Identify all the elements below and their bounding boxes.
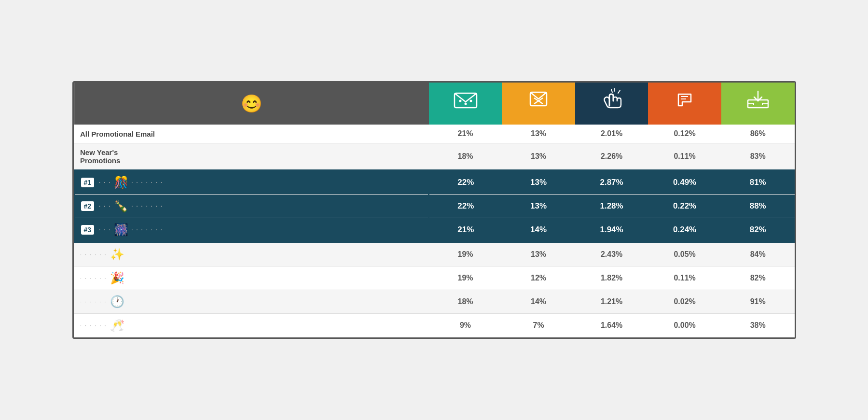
dots: · · · · · · (80, 252, 107, 257)
deleted-rate-val: 14% (502, 290, 575, 314)
dots: · · · · · · · (131, 227, 163, 233)
svg-line-8 (618, 90, 620, 93)
header-complaint-rate (648, 83, 721, 125)
inbox-placement-val: 81% (721, 170, 795, 195)
emoji-col-normal: · · · · · · 🎉 (74, 266, 429, 290)
read-rate-val: 18% (429, 143, 502, 170)
deleted-rate-val: 13% (502, 195, 575, 218)
emoji-icon: 🎆 (114, 223, 128, 237)
emoji-cell: · · · · · · ✨ (80, 248, 425, 261)
deleted-rate-val: 7% (502, 314, 575, 337)
emoji-col-normal: · · · · · · 🥂 (74, 314, 429, 337)
emoji-cell: #1 · · · 🎊 · · · · · · · (81, 176, 425, 189)
emoji-cell: #2 · · · 🍾 · · · · · · · (81, 199, 425, 213)
deleted-rate-val: 14% (502, 218, 575, 242)
header-inbox-placement (721, 83, 795, 125)
emoji-icon: 🍾 (114, 199, 128, 213)
inbox-placement-val: 86% (721, 125, 795, 143)
deleted-rate-icon (506, 89, 571, 114)
notspam-rate-val: 1.82% (575, 266, 648, 290)
table-row: #2 · · · 🍾 · · · · · · · 22% 13% 1.28% 0… (74, 195, 795, 218)
emoji-col-normal: · · · · · · ✨ (74, 242, 429, 266)
complaint-rate-icon (652, 89, 717, 114)
notspam-rate-val: 2.43% (575, 242, 648, 266)
emoji-cell: #3 · · · 🎆 · · · · · · · (81, 223, 425, 237)
dots: · · · · · · · (131, 180, 163, 185)
emoji-icon: 🕐 (110, 295, 124, 308)
row-label: New Year'sPromotions (80, 148, 425, 165)
deleted-rate-val: 13% (502, 242, 575, 266)
emoji-col-summary: New Year'sPromotions (74, 143, 429, 170)
notspam-rate-val: 2.01% (575, 125, 648, 143)
header-deleted-rate (502, 83, 575, 125)
svg-point-2 (464, 103, 467, 105)
complaint-rate-val: 0.12% (648, 125, 721, 143)
deleted-rate-val: 13% (502, 170, 575, 195)
complaint-rate-val: 0.05% (648, 242, 721, 266)
svg-point-3 (469, 100, 472, 102)
rank-badge: #2 (81, 201, 95, 211)
inbox-placement-icon (725, 89, 791, 114)
inbox-placement-val: 82% (721, 266, 795, 290)
emoji-icon: 🥂 (110, 319, 124, 332)
table-row: · · · · · · 🥂 9% 7% 1.64% 0.00% 38% (74, 314, 795, 337)
dots: · · · (99, 203, 111, 209)
emoji-col-highlight: #2 · · · 🍾 · · · · · · · (74, 195, 429, 218)
notspam-rate-val: 2.26% (575, 143, 648, 170)
inbox-placement-val: 91% (721, 290, 795, 314)
emoji-header-icon: 😊 (78, 94, 425, 114)
rank-badge: #1 (81, 178, 95, 187)
emoji-col-normal: · · · · · · 🕐 (74, 290, 429, 314)
read-rate-val: 21% (429, 125, 502, 143)
read-rate-val: 19% (429, 266, 502, 290)
svg-point-1 (459, 100, 461, 102)
read-rate-icon (433, 89, 498, 114)
complaint-rate-val: 0.11% (648, 266, 721, 290)
emoji-col-highlight: #3 · · · 🎆 · · · · · · · (74, 218, 429, 242)
read-rate-val: 22% (429, 195, 502, 218)
dots: · · · · · · (80, 299, 107, 305)
emoji-col-highlight: #1 · · · 🎊 · · · · · · · (74, 170, 429, 195)
notspam-rate-val: 2.87% (575, 170, 648, 195)
complaint-rate-val: 0.49% (648, 170, 721, 195)
emoji-cell: · · · · · · 🕐 (80, 295, 425, 308)
svg-line-9 (611, 89, 612, 92)
emoji-icon: 🎊 (114, 176, 128, 189)
table-row: #3 · · · 🎆 · · · · · · · 21% 14% 1.94% 0… (74, 218, 795, 242)
table-body: All Promotional Email 21% 13% 2.01% 0.12… (74, 125, 795, 337)
emoji-icon: 🎉 (110, 271, 124, 285)
notspam-rate-val: 1.94% (575, 218, 648, 242)
table-row: #1 · · · 🎊 · · · · · · · 22% 13% 2.87% 0… (74, 170, 795, 195)
dots: · · · · · · (80, 322, 107, 328)
dots: · · · (99, 227, 111, 233)
read-rate-val: 18% (429, 290, 502, 314)
dots: · · · · · · (80, 275, 107, 281)
complaint-rate-val: 0.02% (648, 290, 721, 314)
notspam-rate-icon (579, 87, 645, 114)
deleted-rate-val: 12% (502, 266, 575, 290)
dots: · · · · · · · (131, 203, 163, 209)
notspam-rate-val: 1.21% (575, 290, 648, 314)
inbox-placement-val: 83% (721, 143, 795, 170)
table-row: All Promotional Email 21% 13% 2.01% 0.12… (74, 125, 795, 143)
read-rate-val: 19% (429, 242, 502, 266)
main-table-wrapper: 😊 (72, 81, 796, 339)
rank-badge: #3 (81, 225, 95, 235)
read-rate-val: 21% (429, 218, 502, 242)
header-read-rate (429, 83, 502, 125)
inbox-placement-val: 82% (721, 218, 795, 242)
notspam-rate-val: 1.28% (575, 195, 648, 218)
complaint-rate-val: 0.22% (648, 195, 721, 218)
emoji-icon: ✨ (110, 248, 124, 261)
table-row: · · · · · · 🕐 18% 14% 1.21% 0.02% 91% (74, 290, 795, 314)
notspam-rate-val: 1.64% (575, 314, 648, 337)
read-rate-val: 22% (429, 170, 502, 195)
deleted-rate-val: 13% (502, 125, 575, 143)
data-table: 😊 (74, 83, 795, 337)
emoji-cell: · · · · · · 🥂 (80, 319, 425, 332)
header-notspam-rate (575, 83, 648, 125)
dots: · · · (99, 180, 111, 185)
complaint-rate-val: 0.11% (648, 143, 721, 170)
inbox-placement-val: 88% (721, 195, 795, 218)
table-row: · · · · · · 🎉 19% 12% 1.82% 0.11% 82% (74, 266, 795, 290)
